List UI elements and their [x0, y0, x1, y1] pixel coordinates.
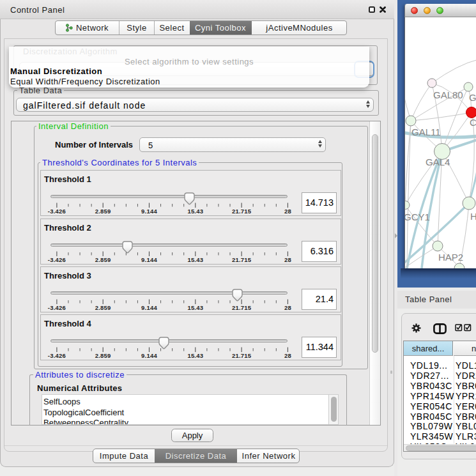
svg-text:C: C: [470, 117, 476, 128]
svg-text:GAL4: GAL4: [426, 157, 450, 167]
svg-text:GAL80: GAL80: [433, 89, 463, 100]
svg-text:HAP2: HAP2: [438, 252, 463, 263]
svg-text:GCY1: GCY1: [405, 211, 430, 222]
svg-text:H: H: [470, 211, 476, 222]
svg-text:GAL11: GAL11: [411, 127, 441, 137]
svg-text:G.: G.: [469, 92, 476, 103]
